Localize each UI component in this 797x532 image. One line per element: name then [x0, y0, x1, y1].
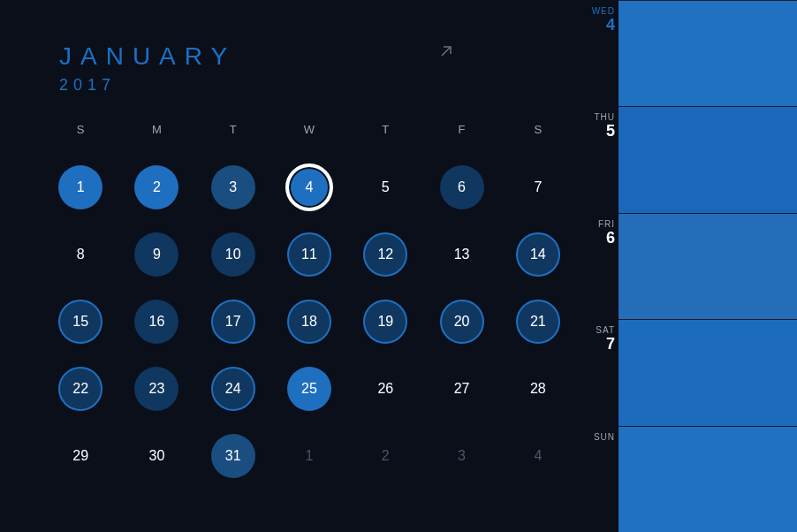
day-cell[interactable]: 30 [134, 434, 178, 478]
day-cell[interactable]: 9 [134, 232, 178, 277]
weekday-label: T [195, 123, 271, 136]
day-cell[interactable]: 6 [440, 165, 484, 209]
agenda-event-block[interactable] [619, 320, 797, 425]
day-cell[interactable]: 29 [58, 434, 102, 478]
agenda-label: WED4 [580, 6, 615, 34]
day-cell[interactable]: 25 [287, 367, 331, 411]
agenda-event-block[interactable] [619, 1, 797, 106]
weekday-row: S M T W T F S [0, 95, 619, 136]
agenda-event-block[interactable] [619, 107, 797, 212]
weekday-label: S [500, 123, 576, 136]
day-cell[interactable]: 1 [58, 165, 102, 209]
day-cell[interactable]: 26 [363, 367, 407, 411]
day-cell[interactable]: 22 [58, 367, 102, 411]
agenda-item[interactable]: FRI6 [619, 213, 797, 319]
day-cell[interactable]: 8 [58, 232, 102, 277]
agenda-date: 6 [580, 229, 615, 247]
day-cell[interactable]: 13 [440, 232, 484, 277]
day-cell[interactable]: 11 [287, 232, 331, 277]
agenda-dow: SUN [580, 432, 615, 442]
month-title: JANUARY [59, 42, 619, 71]
agenda-date: 7 [580, 335, 615, 353]
day-cell[interactable]: 3 [440, 434, 484, 478]
day-cell[interactable]: 20 [440, 300, 484, 344]
agenda-label: THU5 [580, 112, 615, 141]
day-cell[interactable]: 16 [134, 300, 178, 344]
day-cell[interactable]: 15 [58, 300, 102, 344]
day-cell[interactable]: 7 [516, 165, 560, 209]
agenda-label: SAT7 [580, 325, 615, 353]
day-grid: 1234567891011121314151617181920212223242… [0, 136, 619, 490]
day-cell[interactable]: 3 [211, 165, 255, 209]
day-cell[interactable]: 28 [516, 367, 560, 411]
weekday-label: M [118, 123, 194, 136]
calendar-panel: JANUARY 2017 S M T W T F S 1234567891011… [0, 0, 619, 532]
year-title: 2017 [59, 76, 619, 95]
weekday-label: T [347, 123, 423, 136]
day-cell[interactable]: 18 [287, 300, 331, 344]
day-cell[interactable]: 1 [287, 434, 331, 478]
agenda-sidebar: WED4THU5FRI6SAT7SUN [619, 0, 797, 532]
calendar-header: JANUARY 2017 [0, 0, 619, 95]
agenda-item[interactable]: SUN [619, 426, 797, 532]
weekday-label: F [423, 123, 499, 136]
agenda-item[interactable]: SAT7 [619, 319, 797, 425]
agenda-dow: WED [580, 6, 615, 16]
day-cell[interactable]: 14 [516, 232, 560, 277]
expand-arrow-icon[interactable] [437, 42, 455, 65]
day-cell[interactable]: 2 [363, 434, 407, 478]
day-cell[interactable]: 19 [363, 300, 407, 344]
day-cell[interactable]: 24 [211, 367, 255, 411]
agenda-dow: FRI [580, 219, 615, 229]
agenda-event-block[interactable] [619, 427, 797, 532]
agenda-dow: SAT [580, 325, 615, 335]
day-cell[interactable]: 31 [211, 434, 255, 478]
day-cell[interactable]: 27 [440, 367, 484, 411]
day-cell[interactable]: 4 [516, 434, 560, 478]
day-cell[interactable]: 2 [134, 165, 178, 209]
day-cell[interactable]: 4 [285, 163, 333, 211]
agenda-date: 4 [580, 16, 615, 34]
day-cell[interactable]: 5 [363, 165, 407, 209]
day-cell[interactable]: 12 [363, 232, 407, 277]
day-cell[interactable]: 10 [211, 232, 255, 277]
agenda-item[interactable]: WED4 [619, 0, 797, 106]
agenda-label: SUN [580, 432, 615, 442]
day-cell[interactable]: 17 [211, 300, 255, 344]
weekday-label: W [271, 123, 347, 136]
weekday-label: S [42, 123, 118, 136]
day-cell[interactable]: 21 [516, 300, 560, 344]
agenda-event-block[interactable] [619, 214, 797, 319]
agenda-dow: THU [580, 112, 615, 122]
agenda-item[interactable]: THU5 [619, 106, 797, 212]
day-cell[interactable]: 23 [134, 367, 178, 411]
agenda-label: FRI6 [580, 219, 615, 247]
agenda-date: 5 [580, 122, 615, 141]
